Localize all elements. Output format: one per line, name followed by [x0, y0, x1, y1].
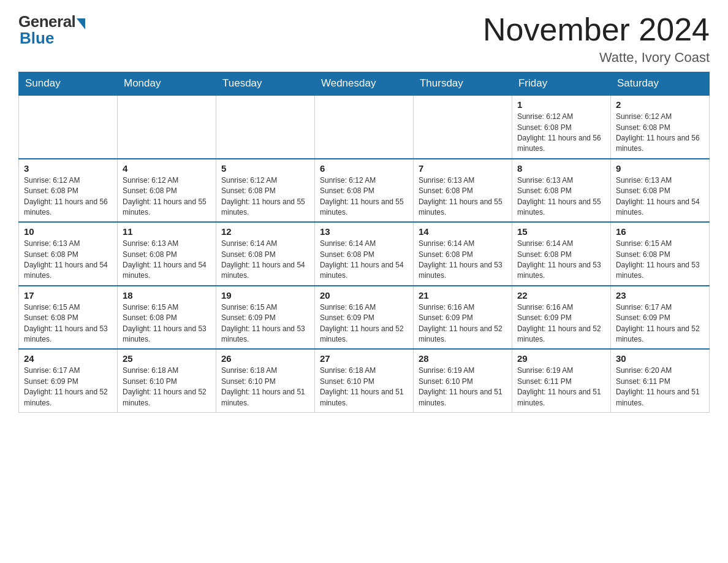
calendar-cell: 6Sunrise: 6:12 AMSunset: 6:08 PMDaylight…: [314, 159, 413, 223]
day-info: Sunrise: 6:12 AMSunset: 6:08 PMDaylight:…: [221, 175, 309, 218]
column-header-wednesday: Wednesday: [314, 72, 413, 96]
day-info: Sunrise: 6:15 AMSunset: 6:08 PMDaylight:…: [123, 302, 211, 345]
day-info: Sunrise: 6:12 AMSunset: 6:08 PMDaylight:…: [123, 175, 211, 218]
day-info: Sunrise: 6:12 AMSunset: 6:08 PMDaylight:…: [517, 112, 605, 155]
calendar-cell: 26Sunrise: 6:18 AMSunset: 6:10 PMDayligh…: [216, 349, 314, 412]
day-number: 7: [419, 163, 507, 174]
day-number: 19: [221, 290, 309, 301]
calendar-cell: 9Sunrise: 6:13 AMSunset: 6:08 PMDaylight…: [610, 159, 709, 223]
calendar-cell: 15Sunrise: 6:14 AMSunset: 6:08 PMDayligh…: [512, 222, 610, 286]
day-info: Sunrise: 6:20 AMSunset: 6:11 PMDaylight:…: [616, 366, 704, 408]
column-header-tuesday: Tuesday: [216, 72, 314, 96]
calendar-cell: 16Sunrise: 6:15 AMSunset: 6:08 PMDayligh…: [610, 222, 709, 286]
day-number: 20: [320, 290, 408, 301]
calendar-cell: 27Sunrise: 6:18 AMSunset: 6:10 PMDayligh…: [314, 349, 413, 412]
calendar-week-row: 24Sunrise: 6:17 AMSunset: 6:09 PMDayligh…: [19, 349, 710, 412]
day-info: Sunrise: 6:15 AMSunset: 6:08 PMDaylight:…: [24, 302, 112, 345]
day-info: Sunrise: 6:14 AMSunset: 6:08 PMDaylight:…: [517, 239, 605, 282]
day-number: 2: [616, 99, 704, 110]
day-info: Sunrise: 6:13 AMSunset: 6:08 PMDaylight:…: [616, 175, 704, 218]
calendar-cell: 18Sunrise: 6:15 AMSunset: 6:08 PMDayligh…: [117, 286, 216, 350]
calendar-cell: 20Sunrise: 6:16 AMSunset: 6:09 PMDayligh…: [314, 286, 413, 350]
day-info: Sunrise: 6:18 AMSunset: 6:10 PMDaylight:…: [123, 366, 211, 408]
month-title: November 2024: [483, 12, 710, 47]
day-number: 18: [123, 290, 211, 301]
day-number: 15: [517, 226, 605, 237]
day-number: 23: [616, 290, 704, 301]
day-info: Sunrise: 6:19 AMSunset: 6:11 PMDaylight:…: [517, 366, 605, 408]
day-info: Sunrise: 6:13 AMSunset: 6:08 PMDaylight:…: [24, 239, 112, 282]
day-number: 27: [320, 353, 408, 364]
day-info: Sunrise: 6:15 AMSunset: 6:09 PMDaylight:…: [221, 302, 309, 345]
day-number: 25: [123, 353, 211, 364]
calendar-table: SundayMondayTuesdayWednesdayThursdayFrid…: [18, 72, 710, 413]
day-info: Sunrise: 6:14 AMSunset: 6:08 PMDaylight:…: [320, 239, 408, 282]
day-info: Sunrise: 6:12 AMSunset: 6:08 PMDaylight:…: [24, 175, 112, 218]
page-header: General Blue November 2024 Watte, Ivory …: [18, 12, 710, 66]
calendar-cell: [314, 95, 413, 159]
calendar-cell: 3Sunrise: 6:12 AMSunset: 6:08 PMDaylight…: [19, 159, 118, 223]
calendar-cell: 17Sunrise: 6:15 AMSunset: 6:08 PMDayligh…: [19, 286, 118, 350]
day-info: Sunrise: 6:16 AMSunset: 6:09 PMDaylight:…: [320, 302, 408, 345]
calendar-cell: 28Sunrise: 6:19 AMSunset: 6:10 PMDayligh…: [413, 349, 512, 412]
day-info: Sunrise: 6:14 AMSunset: 6:08 PMDaylight:…: [221, 239, 309, 282]
calendar-cell: 23Sunrise: 6:17 AMSunset: 6:09 PMDayligh…: [610, 286, 709, 350]
column-header-saturday: Saturday: [610, 72, 709, 96]
day-number: 21: [419, 290, 507, 301]
calendar-cell: [216, 95, 314, 159]
day-number: 17: [24, 290, 112, 301]
day-number: 4: [123, 163, 211, 174]
day-info: Sunrise: 6:13 AMSunset: 6:08 PMDaylight:…: [123, 239, 211, 282]
day-info: Sunrise: 6:16 AMSunset: 6:09 PMDaylight:…: [517, 302, 605, 345]
day-number: 12: [221, 226, 309, 237]
day-info: Sunrise: 6:12 AMSunset: 6:08 PMDaylight:…: [320, 175, 408, 218]
calendar-cell: 22Sunrise: 6:16 AMSunset: 6:09 PMDayligh…: [512, 286, 610, 350]
calendar-cell: 2Sunrise: 6:12 AMSunset: 6:08 PMDaylight…: [610, 95, 709, 159]
calendar-week-row: 1Sunrise: 6:12 AMSunset: 6:08 PMDaylight…: [19, 95, 710, 159]
day-number: 6: [320, 163, 408, 174]
day-info: Sunrise: 6:19 AMSunset: 6:10 PMDaylight:…: [419, 366, 507, 408]
calendar-cell: 21Sunrise: 6:16 AMSunset: 6:09 PMDayligh…: [413, 286, 512, 350]
calendar-cell: 13Sunrise: 6:14 AMSunset: 6:08 PMDayligh…: [314, 222, 413, 286]
calendar-cell: 25Sunrise: 6:18 AMSunset: 6:10 PMDayligh…: [117, 349, 216, 412]
column-header-friday: Friday: [512, 72, 610, 96]
column-header-monday: Monday: [117, 72, 216, 96]
day-number: 16: [616, 226, 704, 237]
calendar-week-row: 3Sunrise: 6:12 AMSunset: 6:08 PMDaylight…: [19, 159, 710, 223]
column-header-thursday: Thursday: [413, 72, 512, 96]
day-number: 22: [517, 290, 605, 301]
day-number: 11: [123, 226, 211, 237]
calendar-cell: [117, 95, 216, 159]
calendar-header-row: SundayMondayTuesdayWednesdayThursdayFrid…: [19, 72, 710, 96]
calendar-cell: 5Sunrise: 6:12 AMSunset: 6:08 PMDaylight…: [216, 159, 314, 223]
calendar-cell: 7Sunrise: 6:13 AMSunset: 6:08 PMDaylight…: [413, 159, 512, 223]
logo: General Blue: [18, 12, 85, 48]
day-info: Sunrise: 6:12 AMSunset: 6:08 PMDaylight:…: [616, 112, 704, 155]
calendar-cell: 19Sunrise: 6:15 AMSunset: 6:09 PMDayligh…: [216, 286, 314, 350]
calendar-cell: [413, 95, 512, 159]
day-number: 13: [320, 226, 408, 237]
day-number: 30: [616, 353, 704, 364]
calendar-cell: 4Sunrise: 6:12 AMSunset: 6:08 PMDaylight…: [117, 159, 216, 223]
logo-arrow-icon: [77, 18, 85, 29]
day-number: 3: [24, 163, 112, 174]
calendar-week-row: 10Sunrise: 6:13 AMSunset: 6:08 PMDayligh…: [19, 222, 710, 286]
day-number: 9: [616, 163, 704, 174]
day-number: 28: [419, 353, 507, 364]
day-number: 8: [517, 163, 605, 174]
day-number: 24: [24, 353, 112, 364]
calendar-cell: 30Sunrise: 6:20 AMSunset: 6:11 PMDayligh…: [610, 349, 709, 412]
location-text: Watte, Ivory Coast: [483, 50, 710, 66]
day-info: Sunrise: 6:15 AMSunset: 6:08 PMDaylight:…: [616, 239, 704, 282]
calendar-cell: 1Sunrise: 6:12 AMSunset: 6:08 PMDaylight…: [512, 95, 610, 159]
calendar-cell: 12Sunrise: 6:14 AMSunset: 6:08 PMDayligh…: [216, 222, 314, 286]
day-info: Sunrise: 6:13 AMSunset: 6:08 PMDaylight:…: [517, 175, 605, 218]
day-info: Sunrise: 6:16 AMSunset: 6:09 PMDaylight:…: [419, 302, 507, 345]
calendar-week-row: 17Sunrise: 6:15 AMSunset: 6:08 PMDayligh…: [19, 286, 710, 350]
calendar-cell: 8Sunrise: 6:13 AMSunset: 6:08 PMDaylight…: [512, 159, 610, 223]
day-number: 14: [419, 226, 507, 237]
title-block: November 2024 Watte, Ivory Coast: [483, 12, 710, 66]
day-info: Sunrise: 6:14 AMSunset: 6:08 PMDaylight:…: [419, 239, 507, 282]
day-number: 26: [221, 353, 309, 364]
calendar-cell: [19, 95, 118, 159]
